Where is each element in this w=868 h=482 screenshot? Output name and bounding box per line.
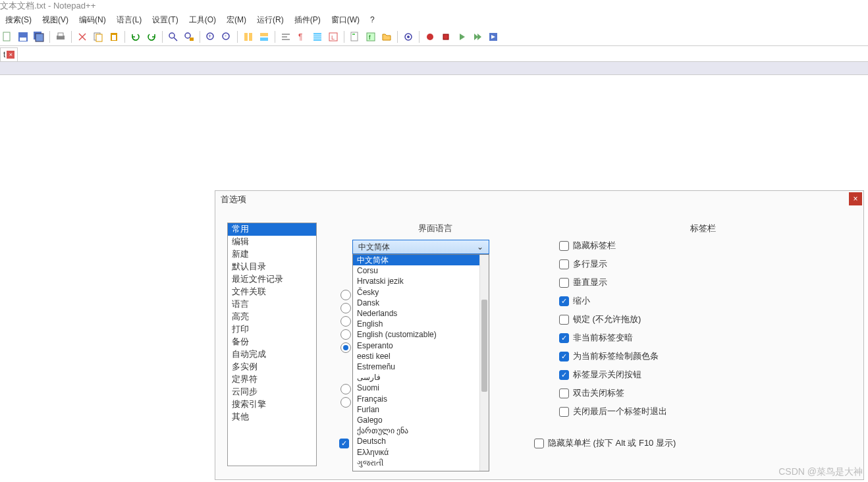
language-option[interactable]: Hrvatski jezik	[353, 276, 489, 286]
language-option[interactable]: Français	[353, 394, 489, 404]
toolbar-radio[interactable]	[340, 316, 351, 327]
tabbar-option-checkbox[interactable]	[559, 352, 569, 362]
category-item[interactable]: 常用	[228, 223, 316, 236]
category-item[interactable]: 定界符	[228, 373, 316, 386]
language-option[interactable]: עברית	[353, 468, 489, 471]
category-item[interactable]: 多实例	[228, 361, 316, 373]
category-item[interactable]: 备份	[228, 336, 316, 348]
toolbar-radio[interactable]	[340, 303, 351, 313]
toolbar-radio[interactable]	[340, 290, 351, 300]
language-option[interactable]: Furlan	[353, 404, 489, 415]
user-lang-icon[interactable]: L	[326, 30, 340, 44]
menu-language[interactable]: 语言(L)	[111, 13, 148, 27]
replace-icon[interactable]	[182, 30, 196, 44]
show-status-checkbox[interactable]	[339, 439, 349, 448]
language-option[interactable]: Galego	[353, 415, 489, 425]
paste-icon[interactable]	[107, 30, 121, 44]
save-icon[interactable]	[16, 30, 30, 44]
zoom-out-icon[interactable]: -	[219, 30, 234, 44]
toolbar-radio[interactable]	[340, 329, 351, 340]
document-tab[interactable]: t ×	[0, 47, 18, 61]
category-item[interactable]: 最近文件记录	[228, 273, 316, 286]
language-option[interactable]: Estremeñu	[353, 362, 489, 372]
category-item[interactable]: 默认目录	[228, 261, 316, 273]
sync-v-icon[interactable]	[241, 30, 256, 44]
language-option[interactable]: ગુજરાતી	[353, 458, 489, 468]
tabbar-option-checkbox[interactable]	[559, 370, 569, 380]
new-icon[interactable]	[0, 30, 14, 44]
language-option[interactable]: ქართული ენა	[353, 425, 489, 436]
language-option[interactable]: Nederlands	[353, 308, 489, 319]
menu-settings[interactable]: 设置(T)	[147, 13, 183, 27]
category-item[interactable]: 自动完成	[228, 348, 316, 361]
category-item[interactable]: 云同步	[228, 386, 316, 398]
category-item[interactable]: 编辑	[228, 236, 316, 248]
menu-window[interactable]: 窗口(W)	[326, 13, 365, 27]
language-option[interactable]: 中文简体	[353, 255, 489, 265]
sync-h-icon[interactable]	[257, 30, 271, 44]
hide-menubar-checkbox[interactable]	[534, 439, 544, 448]
language-option[interactable]: Suomi	[353, 383, 489, 393]
record-icon[interactable]	[423, 30, 437, 44]
language-combobox[interactable]: 中文简体 ⌄	[352, 240, 489, 254]
save-all-icon[interactable]	[32, 30, 46, 44]
language-option[interactable]: Česky	[353, 287, 489, 298]
play-icon[interactable]	[454, 30, 469, 44]
zoom-in-icon[interactable]: +	[203, 30, 218, 44]
menu-view[interactable]: 视图(V)	[37, 13, 74, 27]
language-option[interactable]: Corsu	[353, 265, 489, 276]
menu-encoding[interactable]: 编码(N)	[74, 13, 111, 27]
redo-icon[interactable]	[144, 30, 159, 44]
language-option[interactable]: Dansk	[353, 298, 489, 308]
toolbar-radio[interactable]	[340, 342, 351, 353]
tabbar-option-checkbox[interactable]	[559, 388, 569, 398]
monitor-icon[interactable]	[401, 30, 416, 44]
language-option[interactable]: Ελληνικά	[353, 447, 489, 458]
language-option[interactable]: English (customizable)	[353, 329, 489, 340]
toolbar-radio[interactable]	[340, 384, 351, 394]
category-item[interactable]: 其他	[228, 411, 316, 423]
close-icon[interactable]: ×	[849, 192, 862, 205]
show-all-icon[interactable]: ¶	[294, 30, 309, 44]
menu-run[interactable]: 运行(R)	[252, 13, 289, 27]
tabbar-option-checkbox[interactable]	[559, 259, 569, 269]
category-item[interactable]: 搜索引擎	[228, 398, 316, 411]
language-option[interactable]: Deutsch	[353, 436, 489, 446]
cut-icon[interactable]	[75, 30, 90, 44]
category-item[interactable]: 打印	[228, 323, 316, 336]
toolbar-radio[interactable]	[340, 397, 351, 408]
menu-search[interactable]: 搜索(S)	[0, 13, 37, 27]
folder-icon[interactable]	[379, 30, 394, 44]
scroll-thumb[interactable]	[481, 300, 487, 392]
menu-tools[interactable]: 工具(O)	[184, 13, 221, 27]
doc-map-icon[interactable]	[348, 30, 362, 44]
language-option[interactable]: فارسی	[353, 372, 489, 383]
stop-record-icon[interactable]	[439, 30, 453, 44]
print-icon[interactable]	[53, 30, 68, 44]
category-item[interactable]: 高亮	[228, 311, 316, 323]
category-list[interactable]: 常用编辑新建默认目录最近文件记录文件关联语言高亮打印备份自动完成多实例定界符云同…	[227, 223, 317, 466]
category-item[interactable]: 文件关联	[228, 286, 316, 298]
close-icon[interactable]: ×	[7, 51, 14, 59]
indent-guide-icon[interactable]	[310, 30, 325, 44]
language-option[interactable]: Esperanto	[353, 340, 489, 351]
tabbar-option-checkbox[interactable]	[559, 333, 569, 343]
tabbar-option-checkbox[interactable]	[559, 407, 569, 417]
tabbar-option-checkbox[interactable]	[559, 241, 569, 251]
find-icon[interactable]	[166, 30, 180, 44]
tabbar-option-checkbox[interactable]	[559, 315, 569, 325]
undo-icon[interactable]	[128, 30, 143, 44]
tabbar-option-checkbox[interactable]	[559, 278, 569, 288]
copy-icon[interactable]	[91, 30, 105, 44]
menu-help[interactable]: ?	[365, 14, 380, 26]
play-multi-icon[interactable]	[470, 30, 485, 44]
language-dropdown[interactable]: 中文简体CorsuHrvatski jezikČeskyDanskNederla…	[352, 254, 489, 471]
dialog-title-bar[interactable]: 首选项 ×	[215, 191, 863, 208]
tabbar-option-checkbox[interactable]	[559, 296, 569, 306]
menu-plugins[interactable]: 插件(P)	[289, 13, 326, 27]
func-list-icon[interactable]: f	[364, 30, 378, 44]
language-option[interactable]: English	[353, 319, 489, 329]
category-item[interactable]: 语言	[228, 298, 316, 311]
save-macro-icon[interactable]	[486, 30, 501, 44]
menu-macro[interactable]: 宏(M)	[221, 13, 252, 27]
